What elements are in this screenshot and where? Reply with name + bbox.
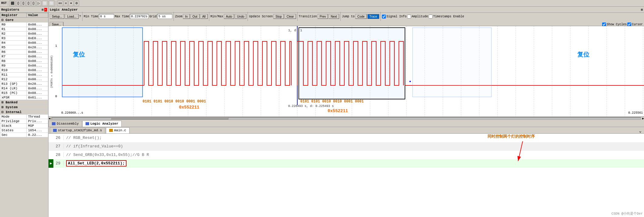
reg-r12-value: 0x00...: [27, 77, 48, 82]
reg-r6-value: 0x00...: [27, 50, 48, 54]
startup-tab-icon: [53, 129, 57, 132]
reg-r2-name: R2: [0, 32, 27, 36]
pin-icon[interactable]: ⊞: [42, 8, 44, 12]
next-button[interactable]: Next: [329, 14, 339, 19]
question-mark[interactable]: ?: [79, 15, 81, 18]
reg-r4-name: R4: [0, 41, 27, 45]
tab-logic-analyzer[interactable]: Logic Analyzer: [82, 121, 122, 127]
panel-header-icons: ⊞ ✕: [42, 8, 47, 12]
scroll-left-arrow[interactable]: ◀: [49, 117, 50, 120]
cursor-checkbox[interactable]: Cursor: [627, 22, 643, 26]
toolbar-btn-7[interactable]: ⬜: [42, 1, 48, 6]
reg-mode-value: Thread: [27, 115, 48, 119]
update-screen-label: Update Screen: [249, 15, 273, 18]
scrollbar-track[interactable]: [52, 117, 641, 120]
la-title: Logic Analyzer: [50, 8, 78, 12]
zoom-all-button[interactable]: All: [200, 14, 208, 19]
arrow-indicator: [517, 140, 541, 165]
reg-priv-name: Privilege: [0, 119, 27, 124]
la-tab-icon: [86, 122, 89, 125]
reg-r9-value: 0x00...: [27, 64, 48, 68]
undo-button[interactable]: Undo: [235, 14, 246, 19]
zoom-in-button[interactable]: In: [183, 14, 190, 19]
reg-stack-value: MSP: [27, 124, 48, 128]
svg-rect-38: [410, 81, 411, 82]
line-content-27: // if(Infrared_Value==0): [66, 144, 644, 149]
code-line-26: 26 // RGB_Reset();: [49, 134, 644, 142]
la-sep-1: [82, 12, 83, 21]
reg-r13-value: 0x20...: [27, 82, 48, 86]
reg-r8-value: 0x00...: [27, 59, 48, 64]
disassembly-tab-icon: [52, 122, 56, 125]
trace-button[interactable]: Trace: [367, 14, 379, 19]
registers-title: Registers: [1, 8, 19, 12]
grid-label: Grid: [149, 15, 157, 18]
la-toolbar: Setup... Load... ? Min Time 0 s Max Time…: [49, 13, 644, 26]
scroll-right-arrow[interactable]: ▶: [642, 117, 644, 120]
la-sep-4: [248, 12, 248, 21]
signal-info-checkbox[interactable]: Signal Info: [382, 15, 406, 19]
toolbar-btn-1[interactable]: ⬛: [9, 1, 15, 6]
amplitude-checkbox[interactable]: Amplitude: [407, 15, 428, 19]
code-tab-main[interactable]: main.c: [106, 127, 130, 133]
right-panel: Logic Analyzer ⊞ Setup... Load... ? Min …: [49, 7, 644, 217]
scrollbar-thumb[interactable]: [111, 118, 228, 119]
toolbar-btn-6[interactable]: ▷: [36, 1, 41, 6]
horizontal-scrollbar[interactable]: ◀ ▶: [49, 117, 644, 120]
time-left: 0.226069...s: [61, 111, 83, 115]
toolbar-btn-4[interactable]: {}: [26, 1, 31, 6]
reg-r7-value: 0x00...: [27, 54, 48, 59]
reg-r1-name: R1: [0, 27, 27, 32]
toolbar-btn-5[interactable]: {}: [31, 1, 36, 6]
reg-r5-value: 0x20...: [27, 45, 48, 50]
reg-r15-name: R15 (PC): [0, 91, 27, 95]
toolbar-btn-11[interactable]: ✦: [69, 1, 73, 6]
toolbar-btn-8[interactable]: ⬜: [49, 1, 55, 6]
setup-button[interactable]: Setup...: [50, 14, 64, 19]
load-button[interactable]: Load...: [65, 14, 79, 19]
reg-r4-value: 0x00...: [27, 41, 48, 45]
signal-label: (PORTA = 0x00000100): [49, 41, 55, 102]
toolbar-btn-3[interactable]: {}: [21, 1, 26, 6]
reg-r10-value: 0x08...: [27, 68, 48, 73]
reg-r12-name: R12: [0, 77, 27, 82]
prev-button[interactable]: Prev: [318, 14, 328, 19]
bits-annotation-right: 0101 0101 0010 0010 0001 0001: [300, 99, 364, 104]
code-line-29: ▶ 29 All_Set_LED(2,0x552211);: [49, 159, 644, 168]
toolbar-btn-9[interactable]: ≡≡: [57, 1, 63, 6]
code-tabs: startup_stm32f10x_md.s main.c ⌄: [49, 127, 644, 134]
tab-disassembly[interactable]: Disassembly: [49, 121, 82, 127]
svg-rect-36: [299, 28, 405, 99]
toolbar-btn-12[interactable]: ⚙: [74, 1, 79, 6]
reg-r0-value: 0x00...: [27, 22, 48, 27]
timestamps-checkbox[interactable]: Timestamps Enable: [429, 15, 464, 19]
max-time-value: 0.229792s: [130, 14, 149, 19]
max-time-label: Max Time: [115, 15, 129, 18]
code-collapse-icon[interactable]: ⌄: [637, 128, 644, 133]
close-icon[interactable]: ✕: [44, 8, 47, 12]
reg-r14-name: R14 (LR): [0, 86, 27, 91]
debug-marker: ▶: [49, 159, 53, 168]
stop-button[interactable]: Stop: [273, 14, 284, 19]
toolbar-btn-10[interactable]: ≡: [64, 1, 68, 6]
la-sep-2: [174, 12, 174, 21]
show-cycles-checkbox[interactable]: Show Cycles: [602, 22, 627, 26]
zoom-out-button[interactable]: Out: [191, 14, 200, 19]
clear-button[interactable]: Clear: [285, 14, 296, 19]
code-button[interactable]: Code: [355, 14, 367, 19]
line-content-26: // RGB_Reset();: [66, 136, 644, 140]
waveform-area[interactable]: (PORTA = 0x00000100) 1 0: [49, 26, 644, 117]
reg-r14-value: 0x08...: [27, 86, 48, 91]
code-tab-startup[interactable]: startup_stm32f10x_md.s: [50, 127, 105, 133]
reset-label-left: 复位: [73, 50, 85, 59]
code-line-28: 28 // Send_GRB(0x33,0x11,0x55);//G B R: [49, 151, 644, 159]
grid-value: 5 us: [157, 14, 172, 19]
rst-label: RST: [1, 2, 7, 5]
minmax-label: Min/Max: [211, 15, 223, 18]
toolbar-separator-2: [56, 1, 56, 6]
la-pin-icon[interactable]: ⊞: [641, 8, 643, 12]
min-time-value: 0 s: [99, 14, 114, 19]
main-layout: Registers ⊞ ✕ Register Value ⊟ Core R00x…: [0, 7, 644, 217]
auto-button[interactable]: Auto: [224, 14, 234, 19]
toolbar-btn-2[interactable]: {}: [16, 1, 21, 6]
